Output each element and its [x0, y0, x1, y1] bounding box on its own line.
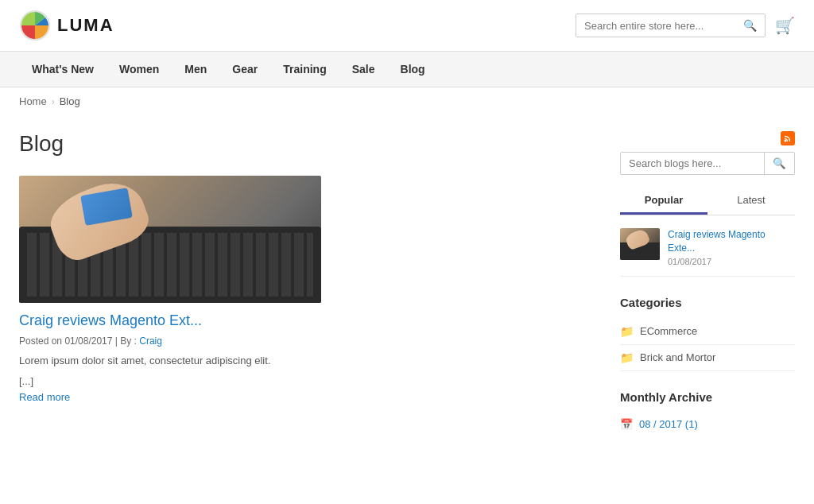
popular-latest-tabs: Popular Latest: [620, 188, 795, 215]
blog-post-title[interactable]: Craig reviews Magento Ext...: [19, 312, 321, 329]
popular-post-info: Craig reviews Magento Exte... 01/08/2017: [668, 228, 795, 266]
blog-post-more: [...]: [19, 375, 321, 387]
breadcrumb-separator: ›: [52, 96, 55, 107]
blog-post-card: Craig reviews Magento Ext... Posted on 0…: [19, 176, 321, 403]
archive-item[interactable]: 📅 08 / 2017 (1): [620, 413, 795, 435]
tab-latest[interactable]: Latest: [707, 188, 795, 215]
cart-button[interactable]: 🛒: [775, 16, 795, 35]
sidebar: 🔍 Popular Latest Craig reviews Magento E…: [620, 131, 795, 435]
blog-post-excerpt: Lorem ipsum dolor sit amet, consectetur …: [19, 353, 321, 369]
categories-section: Categories 📁 ECommerce 📁 Brick and Morto…: [620, 296, 795, 371]
rss-row: [620, 131, 795, 145]
logo-icon: [19, 10, 51, 41]
nav-item-women[interactable]: Women: [107, 52, 172, 87]
archive-title: Monthly Archive: [620, 390, 795, 404]
nav-item-sale[interactable]: Sale: [339, 52, 388, 87]
archive-label: 08 / 2017 (1): [639, 418, 698, 430]
store-search-input[interactable]: [576, 15, 735, 37]
blog-search-button[interactable]: 🔍: [764, 153, 794, 174]
tab-popular[interactable]: Popular: [620, 188, 707, 215]
nav-item-training[interactable]: Training: [270, 52, 339, 87]
site-header: LUMA 🔍 🛒: [0, 0, 814, 52]
breadcrumb-home[interactable]: Home: [19, 95, 47, 107]
category-label-ecommerce: ECommerce: [640, 325, 697, 337]
main-nav: What's New Women Men Gear Training Sale …: [0, 52, 814, 87]
store-search-bar: 🔍: [576, 14, 766, 37]
blog-post-date: 01/08/2017: [64, 335, 112, 347]
blog-post-author[interactable]: Craig: [139, 335, 162, 347]
nav-item-gear[interactable]: Gear: [219, 52, 270, 87]
main-layout: Blog Craig reviews Magento Ext... Posted…: [0, 115, 814, 451]
nav-item-blog[interactable]: Blog: [388, 52, 438, 87]
blog-search-input[interactable]: [621, 153, 764, 174]
popular-post-thumbnail: [620, 228, 660, 260]
popular-post-date: 01/08/2017: [668, 257, 795, 266]
blog-post-image: [19, 176, 321, 303]
archive-section: Monthly Archive 📅 08 / 2017 (1): [620, 390, 795, 435]
calendar-icon: 📅: [620, 418, 633, 430]
logo-text: LUMA: [57, 15, 114, 36]
category-item-brick[interactable]: 📁 Brick and Mortor: [620, 345, 795, 371]
content-area: Blog Craig reviews Magento Ext... Posted…: [19, 131, 596, 435]
logo-area: LUMA: [19, 10, 114, 41]
popular-post-title[interactable]: Craig reviews Magento Exte...: [668, 228, 795, 255]
svg-point-1: [785, 140, 787, 142]
categories-title: Categories: [620, 296, 795, 309]
blog-search-bar: 🔍: [620, 152, 795, 175]
page-title: Blog: [19, 131, 596, 157]
read-more-link[interactable]: Read more: [19, 391, 70, 403]
header-right: 🔍 🛒: [576, 14, 795, 37]
folder-icon: 📁: [620, 325, 634, 338]
folder-icon-2: 📁: [620, 351, 634, 364]
rss-icon[interactable]: [781, 131, 795, 145]
breadcrumb: Home › Blog: [0, 87, 814, 115]
blog-post-meta: Posted on 01/08/2017 | By : Craig: [19, 335, 321, 347]
breadcrumb-current: Blog: [60, 95, 80, 107]
category-label-brick: Brick and Mortor: [640, 351, 715, 363]
store-search-button[interactable]: 🔍: [735, 14, 765, 37]
nav-item-men[interactable]: Men: [172, 52, 219, 87]
nav-item-whats-new[interactable]: What's New: [19, 52, 107, 87]
popular-post-item: Craig reviews Magento Exte... 01/08/2017: [620, 228, 795, 277]
category-item-ecommerce[interactable]: 📁 ECommerce: [620, 319, 795, 345]
